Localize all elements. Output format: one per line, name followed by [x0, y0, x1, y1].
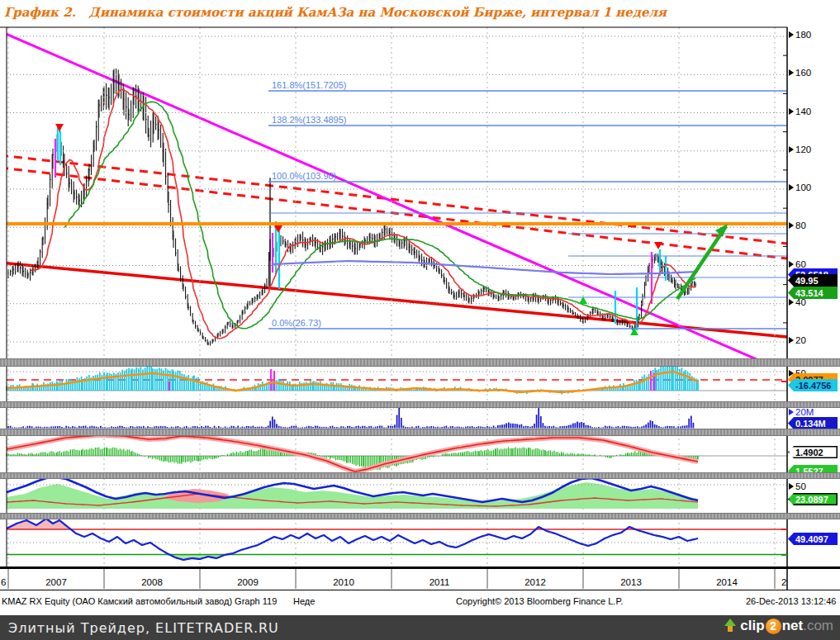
rsi-blue-line — [7, 519, 698, 560]
tick-arrow-icon — [789, 184, 794, 191]
logo-two-badge: 2 — [766, 619, 781, 634]
tick-arrow-icon — [789, 299, 794, 306]
price-tag: 0.134M — [788, 417, 838, 429]
price-tick-label: 60 — [789, 259, 806, 269]
price-tag: 23.0897 — [788, 493, 838, 505]
price-tick-label: 20 — [789, 335, 806, 345]
year-label: 2011 — [429, 577, 450, 587]
chart-bottom-border — [0, 567, 840, 569]
price-tick-label: 100 — [789, 183, 811, 192]
tick-arrow-icon — [789, 31, 794, 38]
sell-marker-icon — [55, 124, 64, 131]
ma-blue-line — [273, 261, 698, 274]
logo-com: .com — [803, 618, 833, 634]
price-tick-label: 160 — [789, 68, 811, 78]
year-label: 2013 — [620, 577, 642, 587]
panel-separator[interactable] — [0, 472, 840, 479]
price-tag: 49.4097 — [788, 533, 838, 545]
year-label: 2012 — [524, 577, 546, 587]
year-label-partial: 2 — [781, 577, 786, 587]
fib-level-label: 161.8%(151.7205) — [272, 80, 347, 90]
fib-level-label: 0.0%(26.73) — [272, 318, 321, 328]
year-label-partial: 6 — [1, 577, 6, 587]
price-tag: 43.514 — [788, 287, 838, 299]
copyright-label: Copyright© 2013 Bloomberg Finance L.P. — [456, 596, 623, 606]
clip2net-logo[interactable]: clip 2 net .com — [724, 618, 833, 634]
price-tick-label: 140 — [789, 107, 811, 116]
year-label: 2009 — [237, 577, 259, 587]
year-label: 2010 — [333, 577, 354, 587]
chart-canvas: 161.8%(151.7205)138.2%(133.4895)100.0%(1… — [0, 0, 840, 640]
indicator-tick-label: 20M — [789, 407, 814, 417]
tick-arrow-icon — [789, 69, 794, 76]
period-label: Неде — [293, 596, 315, 606]
chart-title: График 2. Динамика стоимости акций КамАЗ… — [4, 5, 667, 20]
upload-arrow-icon — [724, 619, 737, 633]
year-label: 2008 — [141, 577, 163, 587]
tick-arrow-icon — [789, 146, 794, 153]
price-tick-label: 120 — [789, 145, 811, 154]
tick-arrow-icon — [789, 261, 794, 268]
year-label: 2014 — [716, 577, 738, 587]
panel-separator[interactable] — [0, 358, 840, 367]
price-tick-label: 180 — [789, 30, 811, 40]
panel-separator[interactable] — [0, 401, 840, 408]
price-tag: -16.4756 — [788, 379, 838, 391]
timestamp-label: 26-Dec-2013 13:12:46 — [746, 596, 836, 606]
ma-green-line — [64, 102, 695, 329]
green-arrow — [677, 226, 726, 299]
instrument-label: KMAZ RX Equity (ОАО Камский автомобильны… — [2, 596, 277, 606]
logo-net: net — [782, 618, 804, 634]
price-tag: 1.4902 — [788, 446, 838, 458]
year-label: 2007 — [45, 577, 67, 587]
tick-arrow-icon — [789, 483, 794, 490]
panel-separator[interactable] — [0, 513, 840, 519]
logo-clip: clip — [740, 618, 764, 634]
panel-separator[interactable] — [0, 429, 840, 436]
info-bar: KMAZ RX Equity (ОАО Камский автомобильны… — [0, 590, 840, 616]
footer-bar: Элитный Трейдер, ELITETRADER.RU clip 2 n… — [0, 615, 840, 640]
price-tick-label: 80 — [789, 220, 806, 230]
tick-arrow-icon — [789, 222, 794, 229]
indicator-tick-label: 50 — [789, 481, 806, 491]
price-tag: 49.95 — [788, 274, 838, 287]
terminal-screenshot: 161.8%(151.7205)138.2%(133.4895)100.0%(1… — [0, 0, 840, 640]
fib-level-label: 138.2%(133.4895) — [272, 115, 347, 125]
tick-arrow-icon — [789, 108, 794, 115]
tick-arrow-icon — [789, 337, 794, 344]
tick-arrow-icon — [789, 409, 794, 415]
site-label: Элитный Трейдер, ELITETRADER.RU — [8, 620, 279, 636]
sell-marker-icon — [654, 242, 662, 249]
main-price-panel — [0, 31, 787, 360]
fib-level-label: 100.0%(103.98) — [272, 171, 336, 181]
